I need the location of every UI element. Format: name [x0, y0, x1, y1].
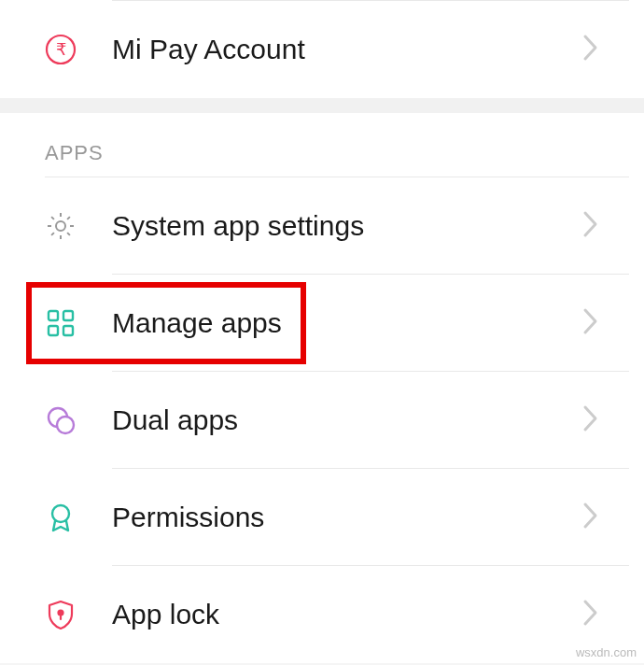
chevron-right-icon	[582, 599, 599, 630]
svg-text:₹: ₹	[56, 40, 66, 59]
apps-section: APPS System app settings	[0, 113, 644, 663]
watermark: wsxdn.com	[576, 645, 637, 659]
row-system-app-settings[interactable]: System app settings	[0, 177, 644, 275]
svg-rect-5	[49, 326, 58, 335]
chevron-right-icon	[582, 307, 599, 339]
grid-apps-icon	[45, 307, 77, 339]
row-dual-apps[interactable]: Dual apps	[0, 372, 644, 469]
row-label: Mi Pay Account	[112, 34, 582, 65]
badge-icon	[45, 502, 77, 533]
row-app-lock[interactable]: App lock	[0, 566, 644, 663]
row-label: System app settings	[112, 210, 582, 242]
gear-icon	[45, 210, 77, 242]
top-section: ₹ Mi Pay Account	[0, 0, 644, 98]
row-label: Manage apps	[112, 307, 582, 339]
section-gap	[0, 98, 644, 113]
row-mi-pay-account[interactable]: ₹ Mi Pay Account	[0, 1, 644, 98]
shield-lock-icon	[45, 599, 77, 630]
rupee-circle-icon: ₹	[45, 34, 77, 65]
dual-circle-icon	[45, 404, 77, 436]
chevron-right-icon	[582, 404, 599, 436]
row-manage-apps[interactable]: Manage apps	[0, 275, 644, 372]
chevron-right-icon	[582, 34, 599, 65]
svg-point-8	[57, 417, 74, 433]
svg-rect-4	[63, 311, 73, 320]
row-label: Permissions	[112, 502, 582, 533]
section-header-apps: APPS	[0, 113, 644, 177]
chevron-right-icon	[582, 502, 599, 533]
svg-rect-6	[63, 326, 73, 335]
svg-point-2	[56, 221, 65, 231]
row-label: Dual apps	[112, 404, 582, 436]
row-permissions[interactable]: Permissions	[0, 469, 644, 566]
row-label: App lock	[112, 599, 582, 630]
svg-point-9	[52, 505, 69, 522]
svg-rect-3	[49, 311, 58, 320]
chevron-right-icon	[582, 210, 599, 242]
